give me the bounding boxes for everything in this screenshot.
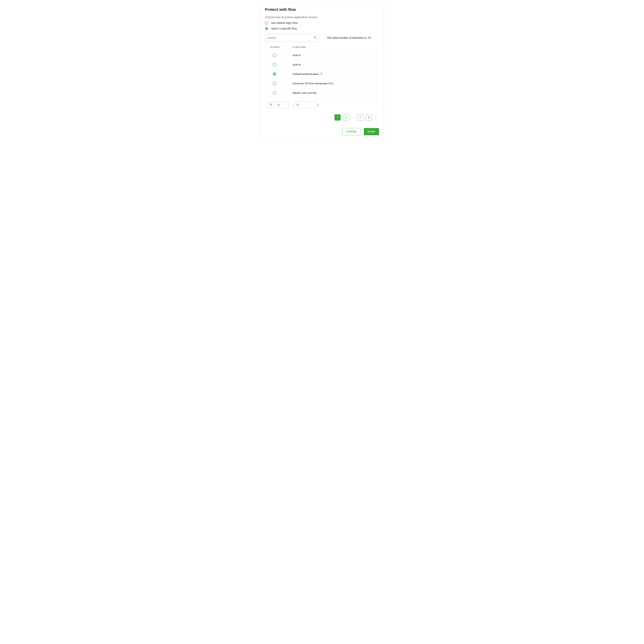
cancel-button[interactable]: CANCEL xyxy=(342,128,361,135)
table-row: Auth B xyxy=(265,60,379,69)
row-select-radio[interactable] xyxy=(273,82,276,85)
row-flow-name: Default Authentication xyxy=(293,73,379,76)
search-row: The total number of elements is: 37 xyxy=(265,34,379,42)
table-header: ACTIONS FLOW NAME xyxy=(265,46,379,50)
pagination: 1 2 ... 7 8 xyxy=(265,114,379,121)
pagination-page-2[interactable]: 2 xyxy=(343,114,349,121)
row-action-cell xyxy=(270,72,293,76)
pagination-page-7[interactable]: 7 xyxy=(357,114,363,121)
row-select-radio[interactable] xyxy=(273,53,276,57)
total-count: The total number of elements is: 37 xyxy=(327,36,371,40)
rows-per-page-value: 5 xyxy=(278,103,279,106)
pagination-page-8[interactable]: 8 xyxy=(366,114,372,121)
rows-per-page-select[interactable]: 5 xyxy=(268,101,289,108)
go-to-page-box[interactable] xyxy=(294,101,316,108)
pagination-next[interactable] xyxy=(374,116,378,119)
row-action-cell xyxy=(270,91,293,95)
row-flow-name: Master user journey xyxy=(293,91,379,94)
table-row: Auth A xyxy=(265,50,379,60)
pagination-ellipsis: ... xyxy=(351,116,355,119)
table-controls: 5 xyxy=(265,101,379,108)
row-select-radio[interactable] xyxy=(273,72,276,76)
radio-default-login-flow[interactable]: use default login flow xyxy=(265,21,379,25)
row-flow-name: Auth B xyxy=(293,63,379,66)
dialog-subtitle: Choose how to protect application access xyxy=(265,16,379,19)
row-flow-name: Auth A xyxy=(293,54,379,57)
search-input[interactable] xyxy=(267,36,314,40)
row-action-cell xyxy=(270,53,293,57)
pagination-page-1[interactable]: 1 xyxy=(334,114,341,121)
go-to-page-icon xyxy=(296,103,299,107)
flow-name-text: Default Authentication xyxy=(293,73,319,76)
pagination-prev[interactable] xyxy=(329,116,332,119)
caret-down-icon xyxy=(285,104,287,106)
column-header-flow-name: FLOW NAME xyxy=(293,46,379,48)
flow-table: ACTIONS FLOW NAME Auth A Auth B Default … xyxy=(265,46,379,98)
radio-label: use default login flow xyxy=(271,21,298,25)
row-select-radio[interactable] xyxy=(273,63,276,66)
radio-label: select a specific flow xyxy=(271,27,297,30)
protect-with-flow-dialog: Protect with flow Choose how to protect … xyxy=(260,3,384,141)
table-row: Generate VP from Metamask VCs xyxy=(265,79,379,88)
total-count-value: 37 xyxy=(368,36,371,39)
column-header-actions: ACTIONS xyxy=(270,46,293,48)
list-icon xyxy=(269,103,272,107)
page-number-input[interactable] xyxy=(302,103,335,107)
radio-icon xyxy=(265,27,268,30)
radio-select-specific-flow[interactable]: select a specific flow xyxy=(265,27,379,30)
default-check-icon xyxy=(320,73,323,76)
radio-icon xyxy=(265,21,268,25)
search-field[interactable] xyxy=(265,34,319,42)
search-icon xyxy=(314,36,317,40)
dialog-footer: CANCEL DONE xyxy=(265,128,379,135)
dialog-title: Protect with flow xyxy=(265,7,379,12)
row-select-radio[interactable] xyxy=(273,91,276,95)
row-action-cell xyxy=(270,82,293,85)
row-action-cell xyxy=(270,63,293,66)
svg-point-0 xyxy=(321,73,323,75)
table-row: Master user journey xyxy=(265,88,379,98)
total-count-prefix: The total number of elements is: xyxy=(327,36,368,39)
row-flow-name: Generate VP from Metamask VCs xyxy=(293,82,379,85)
done-button[interactable]: DONE xyxy=(364,128,379,135)
table-row: Default Authentication xyxy=(265,69,379,79)
